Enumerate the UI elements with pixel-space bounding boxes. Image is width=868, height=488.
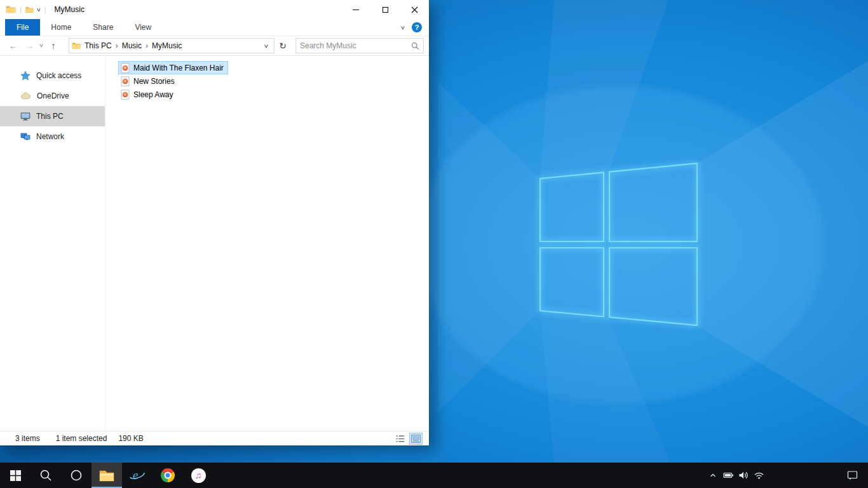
up-button[interactable]: ↑ — [46, 41, 61, 50]
speaker-icon — [738, 470, 749, 480]
audio-file-icon — [120, 63, 130, 73]
selection-size: 190 KB — [118, 434, 143, 443]
tab-file[interactable]: File — [5, 19, 40, 36]
file-name: New Stories — [133, 77, 175, 86]
taskbar-chrome-button[interactable] — [153, 463, 183, 488]
back-button[interactable]: ← — [5, 41, 22, 50]
taskbar-file-explorer-button[interactable] — [92, 463, 122, 488]
sidebar-item-quick-access[interactable]: Quick access — [0, 65, 105, 86]
tab-share[interactable]: Share — [82, 19, 124, 36]
start-button[interactable] — [0, 463, 31, 488]
close-icon — [411, 6, 418, 13]
selection-count: 1 item selected — [56, 434, 107, 443]
file-explorer-icon — [99, 468, 114, 482]
taskbar-search-button[interactable] — [31, 463, 61, 488]
audio-file-icon — [120, 76, 130, 86]
view-toggle-buttons — [393, 433, 423, 445]
close-button[interactable] — [400, 0, 429, 19]
computer-icon — [20, 111, 31, 121]
sidebar-item-label: Quick access — [36, 71, 81, 80]
separator: | — [20, 6, 22, 13]
caption-buttons — [341, 0, 429, 19]
breadcrumb-this-pc[interactable]: This PC — [81, 41, 116, 50]
details-view-button[interactable] — [393, 433, 407, 445]
help-button[interactable]: ? — [412, 22, 422, 32]
address-dropdown-chevron[interactable]: ∨ — [259, 43, 274, 49]
battery-tray-button[interactable] — [721, 463, 736, 488]
minimize-icon — [353, 10, 359, 10]
tray-spacer — [766, 463, 836, 488]
search-icon — [39, 469, 52, 482]
cortana-circle-icon — [70, 469, 83, 482]
wifi-icon — [754, 470, 764, 480]
maximize-button[interactable] — [370, 0, 400, 19]
star-icon — [20, 71, 31, 81]
network-icon — [20, 132, 31, 142]
audio-file-icon — [120, 90, 130, 100]
separator: | — [44, 6, 46, 13]
taskbar: e ♫ — [0, 463, 868, 488]
svg-text:e: e — [133, 468, 138, 482]
itunes-icon: ♫ — [191, 468, 206, 483]
sidebar-item-label: OneDrive — [37, 92, 69, 100]
tab-view[interactable]: View — [124, 19, 162, 36]
maximize-icon — [383, 7, 388, 13]
address-folder-icon — [72, 41, 81, 50]
search-input[interactable] — [300, 41, 411, 50]
taskbar-itunes-button[interactable]: ♫ — [183, 463, 214, 488]
sidebar-item-label: This PC — [36, 112, 64, 121]
sidebar-item-this-pc[interactable]: This PC — [0, 106, 105, 126]
minimize-button[interactable] — [341, 0, 370, 19]
chrome-hub — [165, 472, 172, 479]
file-list: Maid With The Flaxen Hair New Stories Sl… — [105, 56, 429, 431]
items-count: 3 items — [15, 434, 40, 443]
cortana-button[interactable] — [61, 463, 92, 488]
file-item-maid-with-the-flaxen-hair[interactable]: Maid With The Flaxen Hair — [118, 61, 228, 74]
ribbon-tabs: File Home Share View ∨ ? — [0, 19, 429, 36]
search-box — [295, 38, 424, 53]
qat-customize-chevron[interactable]: ∨ — [36, 7, 41, 13]
window-title: MyMusic — [55, 5, 85, 14]
explorer-window: | ∨ | MyMusic File Home Share View ∨ ? — [0, 0, 429, 445]
action-center-icon — [847, 470, 858, 480]
windows-start-icon — [10, 470, 21, 481]
tab-home[interactable]: Home — [40, 19, 82, 36]
title-bar: | ∨ | MyMusic — [0, 0, 429, 19]
system-tray — [705, 463, 868, 488]
chevron-up-icon — [709, 471, 717, 479]
details-view-icon — [396, 435, 405, 443]
hidden-icons-button[interactable] — [705, 463, 721, 488]
file-item-sleep-away[interactable]: Sleep Away — [118, 88, 178, 101]
breadcrumb-music[interactable]: Music — [118, 41, 146, 50]
internet-explorer-icon: e — [129, 468, 146, 483]
expand-ribbon-chevron-icon[interactable]: ∨ — [400, 25, 406, 30]
window-folder-icon — [6, 4, 16, 15]
search-icon[interactable] — [411, 42, 419, 50]
address-bar: ← → ∨ ↑ This PC › Music › MyMusic ∨ ↻ — [0, 36, 429, 56]
window-content: Quick access OneDrive This PC — [0, 56, 429, 431]
address-box[interactable]: This PC › Music › MyMusic ∨ — [69, 38, 275, 53]
navigation-pane: Quick access OneDrive This PC — [0, 56, 105, 431]
large-icons-view-button[interactable] — [409, 433, 423, 445]
large-icons-view-icon — [411, 435, 421, 443]
file-name: Sleep Away — [133, 90, 173, 99]
cloud-icon — [20, 91, 31, 101]
action-center-button[interactable] — [836, 463, 868, 488]
ribbon-right-controls: ∨ ? — [401, 19, 429, 36]
sidebar-item-label: Network — [36, 132, 64, 141]
status-bar: 3 items 1 item selected 190 KB — [0, 431, 429, 445]
sidebar-item-onedrive[interactable]: OneDrive — [0, 86, 105, 106]
recent-locations-chevron[interactable]: ∨ — [35, 43, 48, 48]
taskbar-internet-explorer-button[interactable]: e — [122, 463, 153, 488]
chrome-icon — [161, 468, 175, 482]
network-tray-button[interactable] — [751, 463, 766, 488]
breadcrumb-mymusic[interactable]: MyMusic — [148, 41, 186, 50]
refresh-button[interactable]: ↻ — [275, 41, 291, 51]
volume-tray-button[interactable] — [736, 463, 751, 488]
battery-icon — [723, 470, 734, 480]
file-name: Maid With The Flaxen Hair — [133, 64, 224, 72]
qat-new-folder-button[interactable] — [25, 6, 34, 14]
file-item-new-stories[interactable]: New Stories — [118, 74, 179, 88]
sidebar-item-network[interactable]: Network — [0, 126, 105, 147]
